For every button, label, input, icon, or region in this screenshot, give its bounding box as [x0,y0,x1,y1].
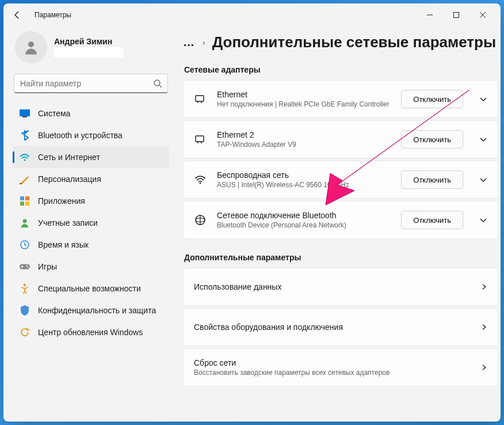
minimize-icon [427,12,433,18]
close-button[interactable] [469,6,496,24]
back-arrow-icon [13,10,22,20]
more-title: Свойства оборудования и подключения [194,322,470,332]
adapter-text: Сетевое подключение Bluetooth Bluetooth … [217,211,391,229]
nav-item-personalization[interactable]: Персонализация [13,168,169,190]
svg-rect-10 [20,183,22,184]
ethernet-icon [194,134,207,145]
svg-rect-7 [20,109,30,116]
nav-label: Сеть и Интернет [38,153,100,162]
nav-item-apps[interactable]: Приложения [13,190,169,212]
svg-rect-21 [196,96,204,101]
more-item-network-reset[interactable]: Сброс сети Восстановить заводские параме… [183,348,498,386]
svg-point-19 [27,267,28,268]
more-list: Использование данных Свойства оборудован… [183,268,498,386]
settings-window: Параметры Андрей Зимин Си [3,3,501,422]
more-title: Использование данных [194,282,470,291]
personalize-icon [20,174,30,184]
nav-item-privacy[interactable]: Конфиденциальность и защита [13,299,169,321]
svg-rect-8 [22,116,27,117]
nav-label: Система [38,109,70,118]
person-icon [22,39,40,56]
adapter-title: Ethernet [217,90,391,99]
system-icon [20,108,30,119]
nav-item-system[interactable]: Система [13,103,169,124]
svg-point-23 [200,183,201,184]
chevron-right-icon [480,324,487,331]
nav-item-accessibility[interactable]: Специальные возможности [13,278,169,299]
sidebar: Андрей Зимин Система Bluetooth и устройс… [3,26,176,422]
close-icon [480,12,486,18]
more-text: Сброс сети Восстановить заводские параме… [194,358,470,377]
adapter-text: Ethernet Нет подключения | Realtek PCIe … [217,90,391,108]
nav-label: Конфиденциальность и защита [38,306,156,315]
user-info: Андрей Зимин [54,37,123,58]
nav-item-accounts[interactable]: Учетные записи [13,212,169,234]
more-item-data-usage[interactable]: Использование данных [183,268,498,306]
disable-button[interactable]: Отключить [401,130,463,149]
network-icon [20,152,30,162]
nav-item-gaming[interactable]: Игры [13,256,169,278]
svg-line-6 [159,85,162,88]
clock-icon [20,240,30,250]
nav-label: Игры [38,262,57,271]
nav-label: Приложения [38,196,85,206]
adapter-list: Ethernet Нет подключения | Realtek PCIe … [183,80,498,239]
user-email-redacted [54,47,123,58]
maximize-icon [453,12,459,18]
nav-label: Учетные записи [38,218,98,227]
disable-button[interactable]: Отключить [401,90,463,108]
chevron-right-icon [480,364,487,371]
back-button[interactable] [8,6,26,24]
disable-button[interactable]: Отключить [401,211,463,229]
svg-rect-12 [25,196,29,200]
user-name: Андрей Зимин [54,37,123,46]
adapter-sub: Bluetooth Device (Personal Area Network) [217,221,391,229]
svg-rect-1 [454,13,459,18]
breadcrumb: … › Дополнительные сетевые параметры [183,26,498,60]
nav-item-bluetooth[interactable]: Bluetooth и устройства [13,124,169,146]
chevron-down-icon[interactable] [479,135,487,143]
svg-point-18 [26,265,28,266]
chevron-down-icon[interactable] [479,216,487,224]
svg-point-5 [154,80,160,86]
svg-rect-22 [196,136,204,142]
more-title: Сброс сети [194,358,470,367]
bluetooth-icon [20,130,30,141]
adapter-text: Беспроводная сеть ASUS | Intel(R) Wirele… [217,170,391,189]
chevron-down-icon[interactable] [479,176,487,184]
svg-point-15 [23,219,27,223]
nav-label: Специальные возможности [38,284,141,293]
nav-label: Bluetooth и устройства [38,131,123,140]
search-wrap [14,74,168,93]
svg-point-20 [24,284,26,286]
adapter-sub: ASUS | Intel(R) Wireless-AC 9560 160MHz [217,181,391,189]
titlebar: Параметры [3,3,501,26]
breadcrumb-ellipsis[interactable]: … [183,36,196,49]
minimize-button[interactable] [417,6,443,24]
adapter-card-ethernet: Ethernet Нет подключения | Realtek PCIe … [183,80,498,118]
nav-label: Время и язык [38,240,89,249]
nav-label: Центр обновления Windows [38,328,143,337]
more-item-hardware[interactable]: Свойства оборудования и подключения [183,308,498,346]
chevron-down-icon[interactable] [479,95,487,103]
nav-item-network[interactable]: Сеть и Интернет [13,146,169,168]
adapter-title: Беспроводная сеть [217,170,391,180]
search-icon [153,79,162,88]
user-block[interactable]: Андрей Зимин [13,26,169,68]
search-input[interactable] [14,74,168,93]
nav-item-time-language[interactable]: Время и язык [13,234,169,256]
ethernet-icon [194,93,207,105]
chevron-right-icon: › [203,38,205,47]
body: Андрей Зимин Система Bluetooth и устройс… [3,26,501,422]
avatar [15,31,47,63]
disable-button[interactable]: Отключить [401,170,463,189]
bluetooth-net-icon [194,214,207,226]
adapter-title: Сетевое подключение Bluetooth [217,211,391,220]
more-sub: Восстановить заводские параметры всех се… [194,369,470,377]
maximize-button[interactable] [443,6,469,24]
nav-item-windows-update[interactable]: Центр обновления Windows [13,321,169,343]
adapter-card-wireless: Беспроводная сеть ASUS | Intel(R) Wirele… [183,161,498,199]
adapter-title: Ethernet 2 [217,130,391,139]
more-text: Использование данных [194,282,470,291]
svg-rect-13 [20,202,24,206]
